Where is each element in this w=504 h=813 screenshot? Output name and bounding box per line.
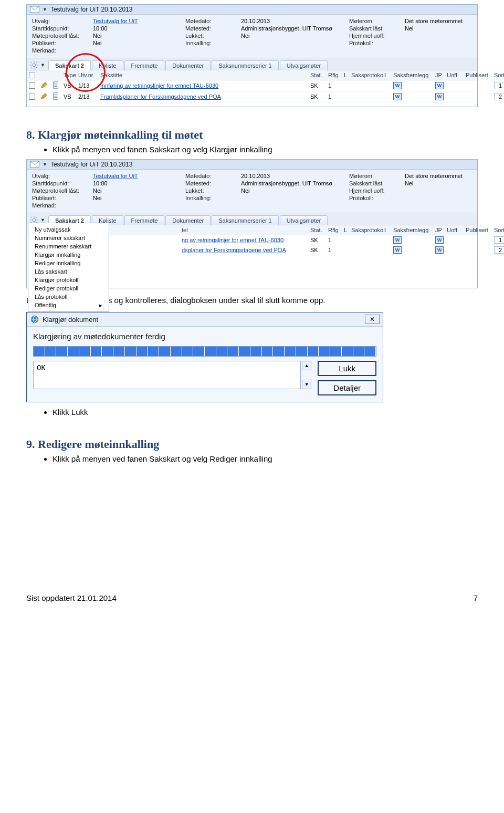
label-merknad: Merknad: (32, 47, 90, 54)
dialog-result: OK (33, 361, 301, 389)
menu-item-las-protokoll[interactable]: Lås protokoll (29, 293, 108, 301)
scroll-up-icon[interactable]: ▲ (302, 361, 311, 370)
app-window-2: ▼ Testutvalg for UiT 20.10.2013 Utvalg: … (26, 159, 478, 288)
word-doc-icon[interactable]: W (393, 236, 402, 244)
meta-grid: Utvalg: Testutvalg for UiT Møtedato: 20.… (27, 15, 477, 58)
sort-input[interactable]: 2 (494, 93, 504, 100)
sort-input[interactable]: 2 (494, 246, 504, 254)
sort-input[interactable]: 1 (494, 82, 504, 89)
label-motedato: Møtedato: (185, 18, 238, 24)
tabs-dropdown-icon[interactable]: ▼ (40, 217, 45, 223)
row-checkbox[interactable] (29, 82, 35, 89)
gear-icon[interactable] (30, 61, 38, 69)
dialog-container: Klargjør dokument ✕ Klargjøring av møted… (26, 312, 478, 402)
mail-icon (30, 161, 39, 168)
cell-title-clipped[interactable]: ng av retningslinjer for emnet TAU-6030 (100, 237, 310, 243)
tab-dokumenter[interactable]: Dokumenter (165, 60, 211, 70)
tab-saksnummerserier[interactable]: Saksnummerserier 1 (212, 215, 278, 225)
menu-item-rediger-protokoll[interactable]: Rediger protokoll (29, 284, 108, 293)
footer-updated: Sist oppdatert 21.01.2014 (26, 593, 117, 602)
word-doc-icon[interactable]: W (435, 236, 444, 244)
menu-item-klargjor-protokoll[interactable]: Klargjør protokoll (29, 276, 108, 284)
word-doc-icon[interactable]: W (393, 246, 402, 254)
label-publisert: Publisert: (32, 40, 90, 46)
value-motedato: 20.10.2013 (241, 18, 346, 24)
meta-grid: Utvalg: Testutvalg for UiT Møtedato: 20.… (27, 170, 477, 213)
tab-fremmote[interactable]: Fremmøte (124, 60, 165, 70)
tab-sakskart[interactable]: Sakskart 2 (48, 60, 91, 70)
word-doc-icon[interactable]: W (393, 82, 402, 89)
table-row[interactable]: VS 1/13 Innføring av retningslinjer for … (27, 80, 477, 91)
value-motested: Administrasjonsbygget, UiT Tromsø (241, 25, 346, 32)
section8-heading: 8. Klargjør møteinnkalling til møtet (26, 128, 478, 142)
cell-type: VS (64, 82, 78, 89)
edit-icon[interactable] (40, 92, 48, 100)
tabs-wrap: ▼ Sakskart 2 Køliste Fremmøte Dokumenter… (27, 58, 477, 102)
tab-dokumenter[interactable]: Dokumenter (165, 215, 211, 225)
titlebar-dropdown-icon[interactable]: ▼ (43, 7, 47, 12)
menu-item-offentlig[interactable]: Offentlig▸ (29, 301, 108, 309)
lukk-button[interactable]: Lukk (318, 361, 376, 376)
doc-icon[interactable] (52, 81, 59, 89)
result-scrollbar[interactable]: ▲ ▼ (302, 361, 311, 389)
row-checkbox[interactable] (29, 93, 35, 100)
cell-title[interactable]: Innføring av retningslinjer for emnet TA… (100, 82, 310, 89)
dialog-close-button[interactable]: ✕ (365, 315, 380, 324)
menu-item-rediger-innkalling[interactable]: Rediger innkalling (29, 259, 108, 267)
cell-title[interactable]: Framtidsplaner for Forskningsdagene ved … (100, 93, 310, 100)
titlebar: ▼ Testutvalg for UiT 20.10.2013 (27, 160, 477, 170)
tab-fremmote[interactable]: Fremmøte (124, 215, 165, 225)
cell-utvnr: 2/13 (78, 93, 100, 100)
menu-item-renummerer[interactable]: Renummerer sakskart (29, 242, 108, 251)
edit-icon[interactable] (40, 81, 48, 89)
tabs-dropdown-icon[interactable]: ▼ (40, 62, 45, 68)
after-dialog-bullet: Klikk Lukk (52, 408, 478, 416)
cell-type: VS (64, 93, 78, 100)
col-rflg: Rflg (328, 72, 344, 78)
section9-bullets: Klikk på menyen ved fanen Sakskart og ve… (52, 454, 478, 463)
word-doc-icon[interactable]: W (435, 93, 444, 100)
word-doc-icon[interactable]: W (393, 93, 402, 100)
label-sakskart-last: Sakskart låst: (349, 25, 402, 32)
tab-utvalgsmoter[interactable]: Utvalgsmøter (280, 60, 328, 70)
menu-item-ny-utvalgssak[interactable]: Ny utvalgssak (29, 225, 108, 234)
col-stat: Stat. (310, 72, 328, 78)
tab-saksnummerserier[interactable]: Saksnummerserier 1 (212, 60, 278, 70)
col-type: Type (64, 72, 78, 78)
dialog-titlebar: Klargjør dokument ✕ (27, 312, 383, 327)
detaljer-button[interactable]: Detaljer (318, 380, 376, 395)
section8-bullets: Klikk på menyen ved fanen Sakskart og ve… (52, 145, 478, 154)
menu-item-las-sakskart[interactable]: Lås sakskart (29, 267, 108, 276)
page-footer: Sist oppdatert 21.01.2014 7 (26, 589, 478, 602)
menu-item-klargjor-innkalling[interactable]: Klargjør innkalling (29, 251, 108, 259)
menu-item-nummerer[interactable]: Nummerer sakskart (29, 234, 108, 242)
tabs-row: ▼ Sakskart 2 Køliste Fremmøte Dokumenter… (27, 58, 477, 70)
value-sakskart-last: Nei (405, 25, 478, 32)
value-utvalg[interactable]: Testutvalg for UiT (93, 173, 182, 179)
tab-koliste[interactable]: Køliste (92, 60, 123, 70)
cell-title-clipped[interactable]: dsplaner for Forskningsdagene ved POA (100, 247, 310, 253)
sakskart-menu: Ny utvalgssak Nummerer sakskart Renummer… (28, 223, 109, 312)
value-lukket: Nei (241, 33, 346, 39)
col-sakstitte: Sakstitte (100, 72, 310, 78)
mail-icon (30, 6, 39, 13)
page-number: 7 (474, 593, 478, 602)
doc-icon[interactable] (52, 92, 59, 100)
label-lukket: Lukket: (185, 33, 238, 39)
value-publisert: Nei (93, 40, 182, 46)
table-row[interactable]: VS 2/13 Framtidsplaner for Forskningsdag… (27, 91, 477, 102)
value-utvalg[interactable]: Testutvalg for UiT (93, 18, 182, 24)
titlebar-dropdown-icon[interactable]: ▼ (43, 162, 47, 167)
col-saksfremlegg: Saksfremlegg (393, 72, 435, 78)
tab-utvalgsmoter[interactable]: Utvalgsmøter (280, 215, 328, 225)
select-all-checkbox[interactable] (29, 72, 35, 78)
scroll-down-icon[interactable]: ▼ (302, 380, 311, 389)
word-doc-icon[interactable]: W (435, 246, 444, 254)
col-sort: Sort (494, 72, 504, 78)
titlebar-text: Testutvalg for UiT 20.10.2013 (50, 161, 133, 168)
svg-point-5 (33, 218, 36, 222)
label-utvalg: Utvalg: (32, 18, 90, 24)
klargjor-dialog: Klargjør dokument ✕ Klargjøring av møted… (26, 312, 383, 402)
sort-input[interactable]: 1 (494, 236, 504, 244)
word-doc-icon[interactable]: W (435, 82, 444, 89)
